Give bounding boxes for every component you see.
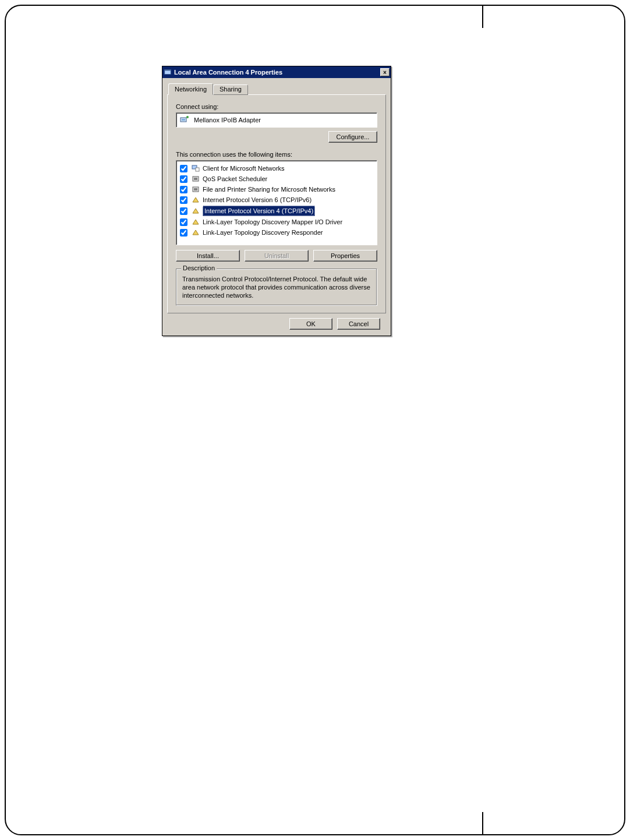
list-item[interactable]: QoS Packet Scheduler [179,174,374,184]
list-item[interactable]: File and Printer Sharing for Microsoft N… [179,184,374,195]
item-label: Client for Microsoft Networks [203,164,285,173]
dialog-body: Networking Sharing Connect using: Mellan… [162,78,391,336]
connect-using-label: Connect using: [176,103,377,110]
uninstall-button: Uninstall [245,250,309,262]
items-list[interactable]: Client for Microsoft Networks QoS Packet… [176,160,377,245]
item-label: Internet Protocol Version 6 (TCP/IPv6) [203,195,312,204]
list-item[interactable]: Internet Protocol Version 4 (TCP/IPv4) [179,205,374,217]
tab-networking[interactable]: Networking [168,83,213,95]
item-checkbox[interactable] [180,218,187,226]
svg-rect-3 [182,119,185,121]
item-checkbox[interactable] [180,229,187,237]
adapter-icon [180,115,189,125]
svg-rect-1 [165,70,171,71]
list-item[interactable]: Internet Protocol Version 6 (TCP/IPv6) [179,195,374,205]
ok-button[interactable]: OK [289,318,332,330]
item-label: QoS Packet Scheduler [203,174,267,183]
items-label: This connection uses the following items… [176,151,377,158]
item-label: File and Printer Sharing for Microsoft N… [203,185,335,194]
protocol-icon [191,206,200,216]
description-title: Description [181,264,217,271]
protocol-icon [191,195,200,204]
list-item[interactable]: Link-Layer Topology Discovery Responder [179,227,374,238]
item-checkbox[interactable] [180,196,187,204]
protocol-icon [191,217,200,227]
svg-rect-6 [196,168,199,171]
svg-rect-8 [194,178,197,180]
close-button[interactable]: × [380,68,390,76]
cancel-button[interactable]: Cancel [337,318,380,330]
adapter-field[interactable]: Mellanox IPoIB Adapter [176,112,377,128]
list-item[interactable]: Client for Microsoft Networks [179,163,374,174]
service-icon [191,185,200,194]
tab-strip: Networking Sharing [168,83,386,95]
description-group: Description Transmission Control Protoco… [176,269,377,306]
item-checkbox[interactable] [180,207,187,215]
item-label: Link-Layer Topology Discovery Mapper I/O… [203,217,342,227]
svg-rect-10 [194,188,197,190]
window-icon [164,68,172,76]
description-text: Transmission Control Protocol/Internet P… [182,275,371,299]
service-icon [191,174,200,183]
protocol-icon [191,228,200,237]
properties-button[interactable]: Properties [313,250,377,262]
install-button[interactable]: Install... [176,250,240,262]
client-icon [191,164,200,173]
svg-point-4 [186,116,189,118]
configure-button[interactable]: Configure... [328,131,377,143]
adapter-name: Mellanox IPoIB Adapter [194,117,261,123]
list-item[interactable]: Link-Layer Topology Discovery Mapper I/O… [179,217,374,227]
titlebar[interactable]: Local Area Connection 4 Properties × [162,66,391,78]
item-checkbox[interactable] [180,175,187,183]
properties-dialog: Local Area Connection 4 Properties × Net… [162,66,391,336]
item-checkbox[interactable] [180,186,187,193]
window-title: Local Area Connection 4 Properties [174,69,380,76]
tab-panel-networking: Connect using: Mellanox IPoIB Adapter Co… [167,94,386,313]
item-label: Internet Protocol Version 4 (TCP/IPv4) [203,206,315,216]
page-tick-top [482,5,483,28]
tab-sharing[interactable]: Sharing [213,84,248,95]
item-checkbox[interactable] [180,165,187,172]
dialog-footer: OK Cancel [167,313,386,330]
item-buttons: Install... Uninstall Properties [176,250,377,262]
page-tick-bottom [482,812,483,835]
item-label: Link-Layer Topology Discovery Responder [203,228,323,237]
